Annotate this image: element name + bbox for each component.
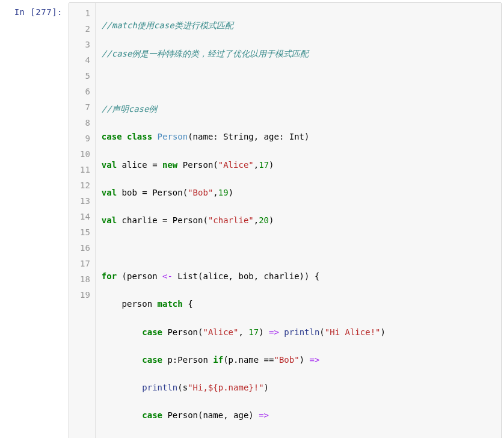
code-line: case class Person(name: String, age: Int… — [102, 129, 496, 144]
code-line — [102, 241, 496, 256]
input-cell: In [277]: 1 2 3 4 5 6 7 8 9 10 11 12 13 … — [2, 2, 502, 438]
line-number: 6 — [80, 84, 90, 99]
line-number: 18 — [80, 271, 90, 287]
line-number: 10 — [80, 146, 90, 162]
code-line: val bob = Person("Bob",19) — [102, 185, 496, 200]
code-line — [102, 73, 496, 89]
code-line: person match { — [102, 296, 496, 312]
line-number: 7 — [80, 99, 90, 115]
line-number: 4 — [80, 52, 90, 68]
line-number: 9 — [80, 131, 90, 146]
line-number: 5 — [80, 68, 90, 84]
code-area[interactable]: //match使用case类进行模式匹配 //case例是一种特殊的类，经过了优… — [96, 3, 501, 438]
line-number: 8 — [80, 115, 90, 131]
line-number: 16 — [80, 240, 90, 256]
code-line: println("Age: " + age + " year, name: " … — [102, 436, 496, 438]
code-line: case p:Person if(p.name =="Bob") => — [102, 352, 496, 368]
line-number: 13 — [80, 193, 90, 209]
code-line: //match使用case类进行模式匹配 — [102, 17, 496, 33]
code-line: val alice = new Person("Alice",17) — [102, 157, 496, 173]
line-number: 17 — [80, 256, 90, 271]
line-number: 2 — [80, 21, 90, 37]
code-line: println(s"Hi,${p.name}!") — [102, 380, 496, 395]
line-number: 11 — [80, 162, 90, 177]
code-line: for (person <- List(alice, bob, charlie)… — [102, 268, 496, 284]
code-editor[interactable]: 1 2 3 4 5 6 7 8 9 10 11 12 13 14 15 16 1… — [69, 2, 502, 438]
line-number: 1 — [80, 5, 90, 21]
line-number: 3 — [80, 37, 90, 52]
code-line: case Person("Alice", 17) => println("Hi … — [102, 324, 496, 340]
code-line: case Person(name, age) => — [102, 407, 496, 423]
line-number: 14 — [80, 209, 90, 224]
code-line: //声明case例 — [102, 101, 496, 117]
input-inner: 1 2 3 4 5 6 7 8 9 10 11 12 13 14 15 16 1… — [69, 2, 502, 438]
input-prompt: In [277]: — [2, 2, 69, 438]
code-line: //case例是一种特殊的类，经过了优化以用于模式匹配 — [102, 46, 496, 61]
line-number: 12 — [80, 177, 90, 193]
line-number-gutter: 1 2 3 4 5 6 7 8 9 10 11 12 13 14 15 16 1… — [69, 3, 96, 438]
code-line: val charlie = Person("charlie",20) — [102, 212, 496, 228]
line-number: 19 — [80, 287, 90, 303]
line-number: 15 — [80, 224, 90, 240]
